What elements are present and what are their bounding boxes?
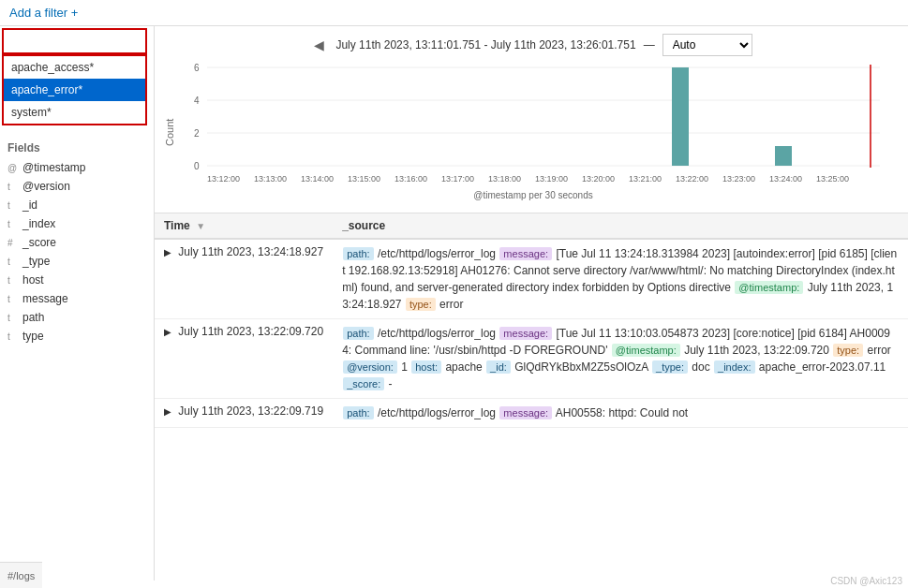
field-type-type2: t (7, 331, 17, 342)
field-name-id: _id (22, 198, 37, 212)
col-header-time[interactable]: Time ▼ (155, 213, 333, 239)
tag-type-1: type: (406, 298, 436, 311)
bottom-bar: #/logs (0, 562, 42, 588)
row-time-value-3: July 11th 2023, 13:22:09.719 (178, 404, 323, 418)
row-time-1: ▶ July 11th 2023, 13:24:18.927 (155, 239, 333, 319)
source-text-2e: 1 (401, 360, 410, 374)
tag-message-1: message: (499, 247, 552, 260)
row-time-2: ▶ July 11th 2023, 13:22:09.720 (155, 319, 333, 399)
source-text-2j: - (389, 377, 393, 390)
expand-btn-3[interactable]: ▶ (164, 406, 171, 417)
svg-text:13:12:00: 13:12:00 (207, 174, 240, 184)
source-text-1d: error (439, 298, 463, 311)
bottom-bar-label: #/logs (7, 570, 35, 581)
field-type-score: # (7, 238, 17, 248)
chart-wrapper: Count 6 4 2 0 (162, 60, 901, 205)
svg-text:13:25:00: 13:25:00 (816, 174, 849, 184)
col-header-source: _source (333, 213, 908, 239)
svg-text:6: 6 (194, 63, 200, 73)
field-name-type: _type (22, 255, 50, 268)
chart-bar-1 (672, 67, 689, 166)
field-type-host: t (7, 275, 17, 286)
field-item-score[interactable]: # _score (0, 233, 154, 252)
tag-path-3: path: (343, 406, 373, 419)
expand-btn-2[interactable]: ▶ (164, 327, 171, 337)
svg-text:0: 0 (194, 161, 200, 171)
table-row: ▶ July 11th 2023, 13:24:18.927 path: /et… (155, 239, 908, 319)
dropdown-item-apache-error[interactable]: apache_error* (4, 79, 145, 101)
dropdown-item-system[interactable]: system* (4, 101, 145, 124)
tag-timestamp-1: @timestamp: (735, 281, 803, 294)
fields-label: Fields (7, 141, 40, 154)
field-name-type2: type (22, 330, 44, 343)
field-item-path[interactable]: t path (0, 308, 154, 327)
row-source-1: path: /etc/httpd/logs/error_log message:… (333, 239, 908, 319)
index-dropdown-container: apache_access* apache_error* system* (2, 28, 147, 125)
tag-message-3: message: (499, 406, 552, 419)
sidebar: apache_access* apache_error* system* Fie… (0, 26, 155, 581)
svg-text:13:21:00: 13:21:00 (629, 174, 662, 184)
svg-text:13:24:00: 13:24:00 (769, 174, 802, 184)
chart-interval-select[interactable]: Auto 1 second 30 seconds 1 minute (662, 34, 752, 56)
field-item-timestamp[interactable]: @ @timestamp (0, 158, 154, 177)
source-text-2a: /etc/httpd/logs/error_log (378, 327, 499, 340)
tag-docid-2: _id: (486, 360, 511, 374)
chart-separator: — (644, 38, 655, 51)
field-name-timestamp: @timestamp (22, 161, 86, 174)
svg-text:@timestamp per 30 seconds: @timestamp per 30 seconds (473, 190, 592, 200)
tag-path-2: path: (343, 327, 373, 340)
field-type-message: t (7, 294, 17, 304)
source-text-1a: /etc/httpd/logs/error_log (378, 247, 499, 260)
expand-btn-1[interactable]: ▶ (164, 247, 171, 257)
y-axis-label: Count (162, 60, 177, 205)
index-dropdown-list: apache_access* apache_error* system* (2, 54, 147, 125)
dropdown-item-apache-access[interactable]: apache_access* (4, 56, 145, 79)
field-item-host[interactable]: t host (0, 271, 154, 289)
svg-text:13:14:00: 13:14:00 (301, 174, 334, 184)
field-type-path: t (7, 313, 17, 323)
field-item-id[interactable]: t _id (0, 196, 154, 214)
row-source-2: path: /etc/httpd/logs/error_log message:… (333, 319, 908, 399)
svg-text:2: 2 (194, 128, 200, 139)
source-text-3b: AH00558: httpd: Could not (556, 406, 688, 419)
field-item-type[interactable]: t _type (0, 252, 154, 271)
sort-icon-time: ▼ (196, 221, 205, 231)
svg-text:4: 4 (194, 96, 200, 106)
row-time-3: ▶ July 11th 2023, 13:22:09.719 (155, 399, 333, 428)
row-time-value-1: July 11th 2023, 13:24:18.927 (178, 245, 323, 258)
chart-bar-2 (775, 146, 792, 166)
svg-text:13:23:00: 13:23:00 (722, 174, 755, 184)
table-row: ▶ July 11th 2023, 13:22:09.720 path: /et… (155, 319, 908, 399)
svg-text:13:22:00: 13:22:00 (676, 174, 708, 184)
tag-timestamp-2: @timestamp: (612, 344, 680, 357)
chart-area: ◀ July 11th 2023, 13:11:01.751 - July 11… (155, 26, 908, 213)
tag-path-1: path: (343, 247, 373, 260)
field-name-score: _score (22, 236, 56, 249)
field-name-index: _index (22, 217, 55, 230)
chart-svg: 6 4 2 0 13:12:00 1 (177, 60, 889, 205)
index-search-input[interactable] (2, 28, 147, 54)
field-item-version[interactable]: t @version (0, 177, 154, 196)
add-filter-button[interactable]: Add a filter + (9, 6, 78, 20)
fields-header: Fields (0, 138, 154, 158)
tag-index-2: _index: (714, 360, 754, 374)
chart-date-range: July 11th 2023, 13:11:01.751 - July 11th… (335, 38, 635, 51)
tag-type-2: type: (833, 344, 863, 357)
svg-text:13:13:00: 13:13:00 (254, 174, 287, 184)
source-text-2c: July 11th 2023, 13:22:09.720 (684, 344, 832, 357)
svg-text:13:20:00: 13:20:00 (582, 174, 615, 184)
field-type-version: t (7, 182, 17, 192)
field-item-type2[interactable]: t type (0, 327, 154, 345)
field-item-message[interactable]: t message (0, 289, 154, 308)
chart-nav-left[interactable]: ◀ (310, 37, 328, 52)
sidebar-fields: Fields @ @timestamp t @version t _id t _… (0, 134, 154, 349)
field-item-index[interactable]: t _index (0, 214, 154, 233)
top-bar: Add a filter + (0, 0, 908, 26)
field-type-timestamp: @ (7, 163, 17, 173)
svg-text:13:19:00: 13:19:00 (535, 174, 568, 184)
source-text-2g: GlQdRYkBbxM2Z5sOlOzA (514, 360, 651, 374)
tag-score-2: _score: (343, 377, 384, 390)
tag-version-2: @version: (343, 360, 397, 374)
chart-header: ◀ July 11th 2023, 13:11:01.751 - July 11… (162, 34, 901, 56)
field-name-path: path (22, 311, 44, 324)
